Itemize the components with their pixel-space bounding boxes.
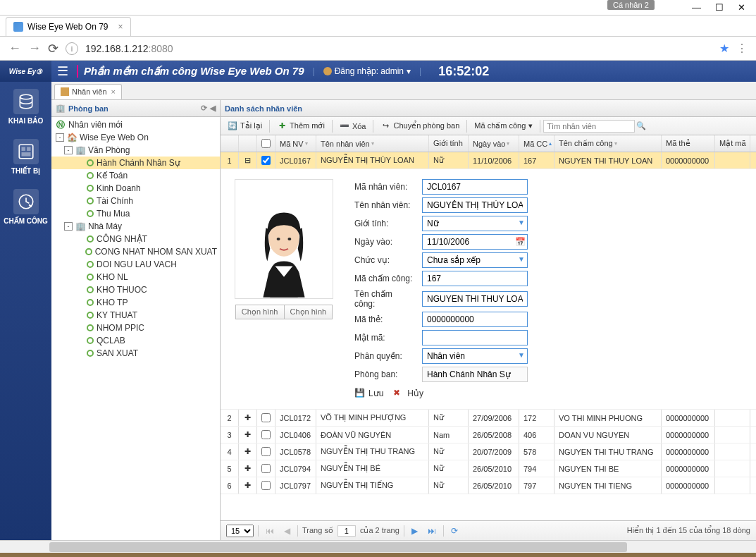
emp-code-input[interactable] bbox=[422, 179, 528, 195]
expand-icon[interactable]: - bbox=[64, 146, 73, 154]
tree-node[interactable]: CÔNG NHẬT bbox=[51, 233, 220, 245]
reload-button[interactable]: ⟳ bbox=[48, 41, 58, 56]
tree-node[interactable]: -🏠Wise Eye Web On bbox=[51, 131, 220, 144]
search-icon[interactable]: 🔍 bbox=[636, 121, 646, 130]
expand-row-icon[interactable]: ✚ bbox=[239, 477, 257, 494]
close-tab-icon[interactable]: × bbox=[111, 87, 116, 96]
tree-node[interactable]: NHOM PPIC bbox=[51, 322, 220, 334]
table-row[interactable]: 1⊟JCL0167NGUYỄN THỊ THÙY LOANNữ11/10/200… bbox=[221, 152, 756, 169]
emp-cc-input[interactable] bbox=[422, 271, 528, 286]
minimize-button[interactable]: — bbox=[692, 2, 701, 13]
save-button[interactable]: 💾Lưu bbox=[354, 388, 383, 399]
maximize-button[interactable]: ☐ bbox=[715, 2, 724, 13]
col-code[interactable]: Mã NV▾ bbox=[275, 135, 316, 152]
expand-row-icon[interactable]: ⊟ bbox=[239, 152, 257, 169]
code-mode-dropdown[interactable]: Mã chấm công ▾ bbox=[470, 120, 537, 132]
bookmark-icon[interactable]: ★ bbox=[719, 42, 729, 55]
grid-body[interactable]: 1⊟JCL0167NGUYỄN THỊ THÙY LOANNữ11/10/200… bbox=[221, 152, 756, 520]
tree-node[interactable]: QCLAB bbox=[51, 334, 220, 347]
refresh-pager-button[interactable]: ⟳ bbox=[448, 526, 461, 536]
rail-item-attendance[interactable]: CHẤM CÔNG bbox=[0, 182, 51, 232]
emp-gender-select[interactable] bbox=[422, 216, 528, 231]
choose-photo-button-1[interactable]: Chọn hình bbox=[235, 305, 284, 319]
building-icon: 🏢 bbox=[56, 104, 66, 113]
login-info[interactable]: Đăng nhập: admin ▾ bbox=[323, 66, 411, 76]
close-window-button[interactable]: ✕ bbox=[738, 2, 745, 13]
emp-name-input[interactable] bbox=[422, 197, 528, 213]
page-number-input[interactable] bbox=[337, 525, 356, 537]
browser-tab[interactable]: Wise Eye Web On 79 × bbox=[6, 17, 131, 36]
tree-node[interactable]: SAN XUAT bbox=[51, 347, 220, 360]
expand-row-icon[interactable]: ✚ bbox=[239, 460, 257, 477]
rail-item-device[interactable]: THIẾT BỊ bbox=[0, 132, 51, 182]
back-button[interactable]: ← bbox=[8, 41, 21, 56]
emp-card-input[interactable] bbox=[422, 312, 528, 327]
tree-node[interactable]: Thu Mua bbox=[51, 207, 220, 220]
add-button[interactable]: ✚ Thêm mới bbox=[273, 120, 329, 133]
col-ccname[interactable]: Tên chấm công▾ bbox=[554, 135, 662, 152]
prev-page-button[interactable]: ◀ bbox=[281, 526, 293, 536]
tree-node[interactable]: Kế Toán bbox=[51, 169, 220, 182]
col-card[interactable]: Mã thẻ bbox=[662, 135, 715, 152]
tree-node[interactable]: -🏢Văn Phòng bbox=[51, 144, 220, 157]
emp-pass-input[interactable] bbox=[422, 330, 528, 345]
calendar-icon[interactable]: 📅 bbox=[514, 235, 526, 248]
col-checkbox[interactable] bbox=[257, 135, 275, 152]
tree-node[interactable]: CONG NHAT NHOM SAN XUAT bbox=[51, 245, 220, 258]
tree-node[interactable]: KY THUAT bbox=[51, 309, 220, 322]
site-info-icon[interactable]: i bbox=[66, 42, 78, 55]
col-date[interactable]: Ngày vào▾ bbox=[469, 135, 519, 152]
table-row[interactable]: 6✚JCL0797NGUYỄN THỊ TIẾNGNữ26/05/2010797… bbox=[221, 477, 756, 494]
dept-tree[interactable]: ⓃNhân viên mới-🏠Wise Eye Web On-🏢Văn Phò… bbox=[51, 117, 220, 540]
col-name[interactable]: Tên nhân viên▾ bbox=[316, 135, 429, 152]
table-row[interactable]: 3✚JCL0406ĐOÀN VŨ NGUYÊNNam26/05/2008406D… bbox=[221, 427, 756, 443]
hamburger-icon[interactable]: ☰ bbox=[57, 63, 68, 79]
expand-row-icon[interactable]: ✚ bbox=[239, 427, 257, 443]
rail-item-declare[interactable]: KHAI BÁO bbox=[0, 82, 51, 132]
col-cc[interactable]: Mã CC▴ bbox=[519, 135, 554, 152]
emp-ccname-input[interactable] bbox=[422, 291, 528, 307]
tab-employees[interactable]: Nhân viên × bbox=[54, 84, 122, 99]
choose-photo-button-2[interactable]: Chọn hình bbox=[284, 305, 333, 319]
expand-row-icon[interactable]: ✚ bbox=[239, 443, 257, 460]
table-row[interactable]: 4✚JCL0578NGUYỄN THỊ THU TRANGNữ20/07/200… bbox=[221, 443, 756, 460]
table-row[interactable]: 2✚JCL0172VÕ THỊ MINH PHƯỢNGNữ27/09/20061… bbox=[221, 410, 756, 427]
horizontal-scrollbar[interactable] bbox=[0, 540, 756, 553]
expand-icon[interactable]: - bbox=[56, 133, 64, 142]
emp-date-input[interactable] bbox=[422, 234, 528, 250]
tree-node[interactable]: Tài Chính bbox=[51, 195, 220, 207]
collapse-panel-icon[interactable]: ◀ bbox=[210, 104, 216, 113]
col-gender[interactable]: Giới tính bbox=[429, 135, 469, 152]
expand-icon[interactable]: - bbox=[64, 222, 73, 231]
forward-button[interactable]: → bbox=[28, 41, 41, 56]
tree-node[interactable]: Kinh Doanh bbox=[51, 182, 220, 195]
cancel-button[interactable]: ✖Hủy bbox=[393, 388, 423, 399]
delete-button[interactable]: ➖ Xóa bbox=[335, 120, 371, 133]
emp-position-select[interactable] bbox=[422, 252, 528, 268]
emp-role-select[interactable] bbox=[422, 348, 528, 364]
scrollbar-thumb[interactable] bbox=[49, 542, 627, 552]
tree-node[interactable]: KHO TP bbox=[51, 296, 220, 309]
first-page-button[interactable]: ⏮ bbox=[263, 526, 277, 536]
tree-node[interactable]: ⓃNhân viên mới bbox=[51, 118, 220, 131]
search-input[interactable] bbox=[543, 120, 635, 133]
bullet-icon bbox=[87, 324, 94, 331]
browser-menu-icon[interactable]: ⋮ bbox=[736, 42, 748, 55]
table-row[interactable]: 5✚JCL0794NGUYỄN THỊ BÉNữ26/05/2010794NGU… bbox=[221, 460, 756, 477]
tree-node[interactable]: KHO NL bbox=[51, 271, 220, 283]
close-tab-button[interactable]: × bbox=[118, 22, 123, 32]
next-page-button[interactable]: ▶ bbox=[409, 526, 421, 536]
tree-node[interactable]: Hành Chánh Nhân Sự bbox=[51, 157, 220, 169]
tree-node[interactable]: DOI NGU LAU VACH bbox=[51, 258, 220, 271]
page-size-select[interactable]: 15 bbox=[226, 525, 254, 537]
tree-node[interactable]: KHO THUOC bbox=[51, 283, 220, 296]
last-page-button[interactable]: ⏭ bbox=[425, 526, 439, 536]
expand-row-icon[interactable]: ✚ bbox=[239, 410, 257, 426]
tree-node[interactable]: -🏢Nhà Máy bbox=[51, 220, 220, 233]
reload-button[interactable]: 🔄 Tải lại bbox=[223, 120, 266, 133]
col-pass[interactable]: Mật mã bbox=[715, 135, 750, 152]
move-dept-button[interactable]: ↪ Chuyển phòng ban bbox=[376, 120, 464, 133]
url-text[interactable]: 192.168.1.212:8080 bbox=[85, 43, 712, 54]
refresh-tree-icon[interactable]: ⟳ bbox=[201, 104, 207, 113]
user-icon bbox=[323, 67, 332, 75]
